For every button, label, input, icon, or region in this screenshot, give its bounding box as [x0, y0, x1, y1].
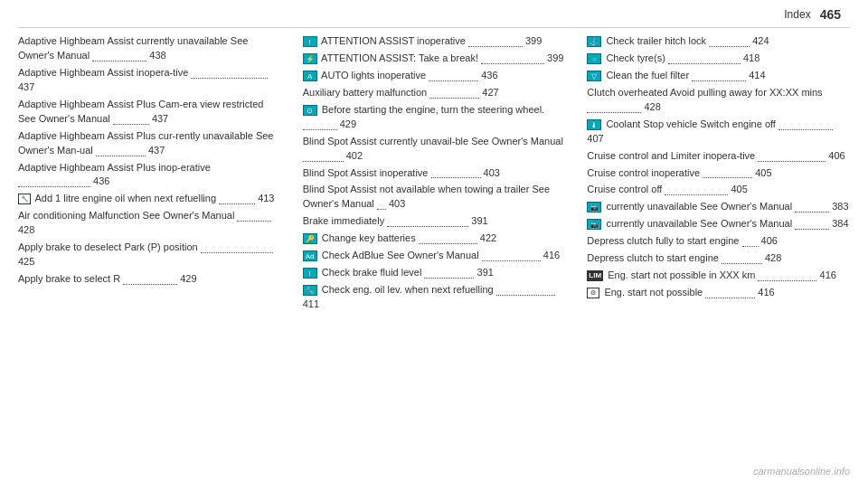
list-item: ⚓ Check trailer hitch lock 424	[587, 34, 850, 49]
list-item: ▽ Clean the fuel filter 414	[587, 69, 850, 83]
list-item: ⚙ Eng. start not possible 416	[587, 286, 850, 300]
entry-text: Clutch overheated Avoid pulling away for…	[587, 87, 822, 112]
entry-text: Apply brake to select R 429	[18, 273, 197, 284]
list-item: 📷 currently unavailable See Owner's Manu…	[587, 217, 850, 232]
entry-text: ○ Check tyre(s) 418	[587, 52, 760, 63]
entry-text: Apply brake to deselect Park (P) positio…	[18, 241, 273, 267]
list-item: Blind Spot Assist not available when tow…	[303, 183, 566, 212]
entry-text: Cruise control and Limiter inopera-tive …	[587, 150, 844, 161]
list-item: Depress clutch fully to start engine 406	[587, 234, 850, 249]
list-item: Apply brake to deselect Park (P) positio…	[18, 241, 281, 269]
entry-text: Auxiliary battery malfunction 427	[303, 87, 499, 98]
list-item: Brake immediately 391	[303, 214, 566, 229]
list-item: Air conditioning Malfunction See Owner's…	[18, 209, 281, 238]
page-number: 465	[820, 7, 841, 22]
list-item: Cruise control and Limiter inopera-tive …	[587, 149, 850, 164]
list-item: LIM Eng. start not possible in XXX km 41…	[587, 269, 850, 283]
entry-text: 🔑 Change key batteries 422	[303, 232, 497, 243]
list-item: 🔧 Add 1 litre engine oil when next refue…	[18, 192, 281, 206]
camera-unavail-icon: 📷	[587, 202, 601, 213]
list-item: 🌡 Coolant Stop vehicle Switch engine off…	[587, 118, 850, 146]
engine-oil-icon: 🔧	[18, 194, 31, 204]
index-columns: Adaptive Highbeam Assist currently unava…	[18, 34, 850, 446]
entry-text: Air conditioning Malfunction See Owner's…	[18, 210, 271, 235]
list-item: Ad Check AdBlue See Owner's Manual 416	[303, 249, 566, 263]
entry-text: ! ATTENTION ASSIST inoperative 399	[303, 35, 542, 46]
entry-text: Adaptive Highbeam Assist currently unava…	[18, 35, 248, 61]
page-header: Index 465	[784, 7, 841, 22]
key-icon: 🔑	[303, 233, 317, 244]
column-1: Adaptive Highbeam Assist currently unava…	[18, 34, 292, 446]
page-container: Index 465 Adaptive Highbeam Assist curre…	[0, 0, 868, 482]
list-item: Auxiliary battery malfunction 427	[303, 86, 566, 100]
watermark: carmanualsonline.info	[753, 466, 850, 477]
list-item: ○ Check tyre(s) 418	[587, 52, 850, 66]
entry-text: 🌡 Coolant Stop vehicle Switch engine off…	[587, 118, 833, 144]
attention-assist2-icon: ⚡	[303, 53, 317, 64]
lim-icon: LIM	[587, 270, 603, 281]
entry-text: Ad Check AdBlue See Owner's Manual 416	[303, 250, 560, 260]
list-item: 🔧 Check eng. oil lev. when next refuelli…	[303, 283, 566, 312]
entry-text: Adaptive Highbeam Assist Plus cur-rently…	[18, 130, 273, 156]
list-item: ! ATTENTION ASSIST inoperative 399	[303, 34, 566, 49]
list-item: Blind Spot Assist inoperative 403	[303, 166, 566, 181]
hitch-icon: ⚓	[587, 36, 601, 47]
entry-text: 📷 currently unavailable See Owner's Manu…	[587, 218, 848, 229]
entry-text: Depress clutch fully to start engine 406	[587, 235, 778, 246]
list-item: 🔑 Change key batteries 422	[303, 232, 566, 246]
list-item: Cruise control inoperative 405	[587, 166, 850, 181]
list-item: Adaptive Highbeam Assist Plus Cam-era vi…	[18, 98, 281, 127]
attention-assist-icon: !	[303, 36, 317, 47]
camera-off-icon: 📷	[587, 219, 601, 230]
header-divider	[18, 27, 850, 28]
list-item: Clutch overheated Avoid pulling away for…	[587, 86, 850, 115]
list-item: Adaptive Highbeam Assist Plus cur-rently…	[18, 129, 281, 158]
entry-text: ⚡ ATTENTION ASSIST: Take a break! 399	[303, 52, 564, 63]
list-item: Blind Spot Assist currently unavail-ble …	[303, 135, 566, 164]
auto-lights-icon: A	[303, 71, 317, 81]
coolant-icon: 🌡	[587, 119, 601, 130]
fuel-filter-icon: ▽	[587, 71, 601, 81]
column-2: ! ATTENTION ASSIST inoperative 399 ⚡ ATT…	[292, 34, 577, 446]
list-item: ⊙ Before starting the engine, turn the s…	[303, 103, 566, 132]
entry-text: 🔧 Check eng. oil lev. when next refuelli…	[303, 284, 555, 309]
steering-icon: ⊙	[303, 105, 317, 116]
entry-text: ! Check brake fluid level 391	[303, 267, 494, 278]
entry-text: Depress clutch to start engine 428	[587, 252, 781, 263]
engine-oil2-icon: 🔧	[303, 285, 317, 296]
entry-text: Adaptive Highbeam Assist Plus inop-erati…	[18, 162, 211, 187]
index-label: Index	[784, 8, 810, 21]
eng-start-icon: ⚙	[587, 288, 599, 298]
entry-text: ▽ Clean the fuel filter 414	[587, 70, 765, 80]
entry-text: ⚙ Eng. start not possible 416	[587, 287, 774, 298]
list-item: ! Check brake fluid level 391	[303, 266, 566, 280]
brake-fluid-icon: !	[303, 268, 317, 279]
list-item: ⚡ ATTENTION ASSIST: Take a break! 399	[303, 52, 566, 66]
list-item: A AUTO lights inoperative 436	[303, 69, 566, 83]
entry-text: LIM Eng. start not possible in XXX km 41…	[587, 269, 836, 280]
list-item: Adaptive Highbeam Assist currently unava…	[18, 34, 281, 63]
entry-text: Blind Spot Assist currently unavail-ble …	[303, 136, 563, 161]
entry-text: Cruise control inoperative 405	[587, 167, 771, 178]
entry-text: 📷 currently unavailable See Owner's Manu…	[587, 201, 848, 212]
adblue-icon: Ad	[303, 250, 317, 261]
list-item: Cruise control off 405	[587, 183, 850, 197]
entry-text: ⊙ Before starting the engine, turn the s…	[303, 104, 545, 129]
list-item: Adaptive Highbeam Assist Plus inop-erati…	[18, 161, 281, 190]
list-item: Apply brake to select R 429	[18, 272, 281, 287]
entry-text: A AUTO lights inoperative 436	[303, 70, 498, 80]
entry-text: Adaptive Highbeam Assist inopera-tive 43…	[18, 67, 268, 92]
entry-text: Cruise control off 405	[587, 184, 747, 194]
list-item: 📷 currently unavailable See Owner's Manu…	[587, 200, 850, 214]
column-3: ⚓ Check trailer hitch lock 424 ○ Check t…	[576, 34, 850, 446]
list-item: Depress clutch to start engine 428	[587, 251, 850, 266]
entry-text: Blind Spot Assist inoperative 403	[303, 167, 500, 178]
entry-text: Blind Spot Assist not available when tow…	[303, 184, 550, 209]
entry-text: Adaptive Highbeam Assist Plus Cam-era vi…	[18, 99, 263, 124]
tyre-icon: ○	[587, 53, 601, 64]
entry-text: ⚓ Check trailer hitch lock 424	[587, 35, 769, 46]
list-item: Adaptive Highbeam Assist inopera-tive 43…	[18, 66, 281, 95]
entry-text: Brake immediately 391	[303, 215, 488, 226]
entry-text: 🔧 Add 1 litre engine oil when next refue…	[18, 193, 275, 203]
